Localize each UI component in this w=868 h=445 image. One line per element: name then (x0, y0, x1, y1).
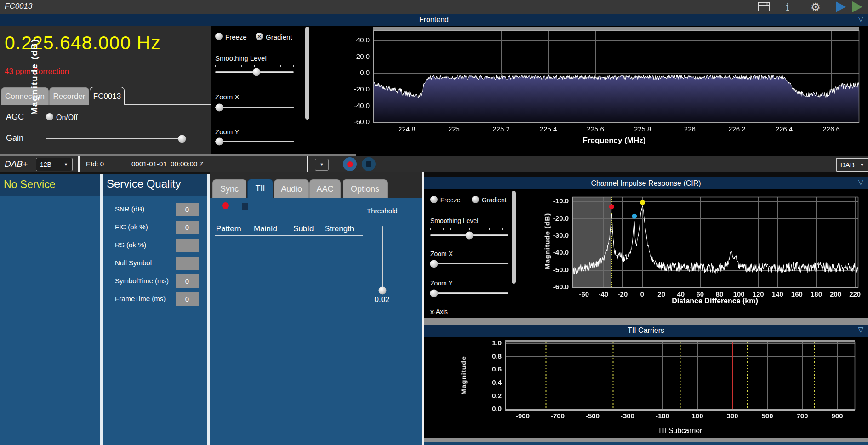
cir-smoothing-ticks (430, 228, 508, 230)
column-splitter-2[interactable] (207, 174, 210, 445)
col-header-pattern: Pattern (216, 224, 241, 234)
tii-record-indicator-icon[interactable] (222, 202, 229, 209)
app-window: FC0013 i ⚙ Frontend 0.225.648.000 Hz 43 … (0, 0, 868, 445)
tii-carriers-header: TII Carriers (424, 325, 868, 337)
rs-value (176, 239, 199, 252)
tii-y-axis-label: Magnitude (460, 330, 468, 422)
tii-divider (215, 215, 363, 215)
cir-zoom-y-slider-thumb[interactable] (430, 289, 438, 297)
snr-label: SNR (dB) (115, 205, 144, 213)
tii-carriers-plot (424, 337, 868, 438)
cir-freeze-radio[interactable] (430, 196, 438, 203)
service-quality-title: Service Quality (107, 177, 181, 190)
tab-options-label: Options (351, 184, 379, 194)
stop-button[interactable] (362, 157, 376, 171)
zoom-x-slider[interactable] (215, 107, 294, 108)
frontend-body: 0.225.648.000 Hz 43 ppm Correction Conne… (0, 26, 868, 154)
toolbar-separator-2 (307, 156, 308, 172)
tab-sync[interactable]: Sync (212, 179, 246, 198)
cir-tii-splitter[interactable] (424, 318, 868, 325)
record-button[interactable] (343, 157, 357, 171)
tii-stop-indicator-icon[interactable] (242, 203, 248, 210)
info-icon[interactable]: i (782, 1, 794, 12)
channel-dropdown[interactable]: 12B (36, 158, 73, 171)
collapse-icon[interactable] (858, 15, 863, 23)
threshold-slider[interactable] (382, 226, 383, 291)
null-symbol-value (176, 257, 199, 270)
chevron-down-icon (320, 162, 324, 167)
tab-tii[interactable]: TII (247, 179, 273, 198)
output-mode-dropdown[interactable]: DAB (836, 158, 868, 172)
eid-label: EId: 0 (86, 160, 104, 168)
agc-label: AGC (6, 112, 24, 122)
cir-freeze-label: Freeze (440, 196, 461, 204)
cir-smoothing-slider-thumb[interactable] (466, 231, 474, 239)
col-header-mainid: MainId (254, 224, 277, 234)
spectrum-plot (313, 26, 868, 154)
tab-tii-label: TII (256, 184, 265, 194)
cir-panel-header: Channel Impulse Response (CIR) (424, 177, 868, 189)
zoom-y-slider-thumb[interactable] (216, 137, 223, 145)
smoothing-ticks (215, 65, 294, 67)
tii-carriers-body: Magnitude TII Subcarrier (424, 337, 868, 438)
tab-recorder-label: Recorder (53, 92, 86, 101)
cir-zoom-x-slider-thumb[interactable] (430, 260, 438, 268)
gain-slider-thumb[interactable] (178, 135, 186, 143)
play-icon-blue[interactable] (836, 1, 846, 12)
smoothing-label: Smoothing Level (215, 54, 267, 62)
tab-options[interactable]: Options (343, 179, 388, 198)
tii-table-header-underline (215, 235, 363, 236)
zoom-y-slider[interactable] (215, 141, 294, 142)
collapse-icon[interactable] (858, 178, 863, 186)
tii-horizontal-scrollbar[interactable] (424, 438, 868, 442)
controls-scrollbar[interactable] (305, 27, 309, 120)
window-icon[interactable] (757, 1, 771, 12)
frequency-display: 0.225.648.000 Hz (5, 32, 161, 54)
threshold-slider-thumb[interactable] (378, 287, 386, 295)
tab-recorder[interactable]: Recorder (49, 87, 89, 105)
audio-output-dropdown-button[interactable] (315, 159, 329, 171)
spectrum-x-axis-label: Frequency (MHz) (545, 136, 683, 145)
collapse-icon[interactable] (858, 325, 863, 334)
dab-toolbar: DAB+ 12B EId: 0 0001-01-01 00:00:00 Z DA… (0, 156, 868, 172)
gear-icon[interactable]: ⚙ (809, 1, 822, 12)
cir-zoom-y-slider[interactable] (430, 292, 508, 294)
smoothing-slider[interactable] (215, 71, 294, 73)
cir-x-axis-label: x-Axis (430, 308, 448, 315)
cir-title: Channel Impulse Response (CIR) (591, 179, 701, 188)
smoothing-slider-thumb[interactable] (253, 68, 261, 76)
cir-zoom-x-slider[interactable] (430, 263, 508, 264)
threshold-value: 0.02 (368, 295, 396, 304)
cir-smoothing-slider[interactable] (430, 234, 508, 236)
tab-fc0013[interactable]: FC0013 (90, 87, 125, 105)
symbol-time-label: SymbolTime (ms) (115, 277, 169, 285)
play-icon-green[interactable] (852, 1, 862, 12)
title-bar: FC0013 i ⚙ (0, 0, 868, 14)
threshold-label: Threshold (367, 207, 398, 215)
output-mode-value: DAB (840, 161, 855, 169)
zoom-y-label: Zoom Y (215, 128, 239, 136)
tii-carriers-title: TII Carriers (628, 326, 664, 335)
tab-fc0013-label: FC0013 (93, 92, 121, 101)
zoom-x-slider-thumb[interactable] (216, 103, 223, 111)
service-list[interactable] (0, 196, 100, 445)
cir-gradient-label: Gradient (482, 196, 507, 204)
analysis-panel: Channel Impulse Response (CIR) Freeze Gr… (424, 172, 868, 445)
tab-audio[interactable]: Audio (274, 179, 309, 198)
chevron-down-icon (64, 162, 68, 167)
agc-radio[interactable] (46, 113, 53, 120)
gain-slider[interactable] (46, 138, 186, 139)
snr-value: 0 (176, 203, 199, 216)
tab-audio-label: Audio (281, 184, 302, 194)
tab-connection[interactable]: Connection (1, 87, 49, 105)
cir-zoom-y-label: Zoom Y (430, 280, 453, 287)
panel-bottom-strip (424, 442, 868, 445)
gradient-radio[interactable] (256, 33, 263, 40)
rs-label: RS (ok %) (115, 241, 146, 249)
col-header-subid: SubId (293, 224, 314, 234)
tab-aac[interactable]: AAC (309, 179, 341, 198)
toolbar-separator-1 (78, 156, 80, 172)
cir-controls-scrollbar[interactable] (512, 191, 516, 284)
freeze-radio[interactable] (215, 33, 223, 40)
cir-gradient-radio[interactable] (472, 196, 479, 203)
